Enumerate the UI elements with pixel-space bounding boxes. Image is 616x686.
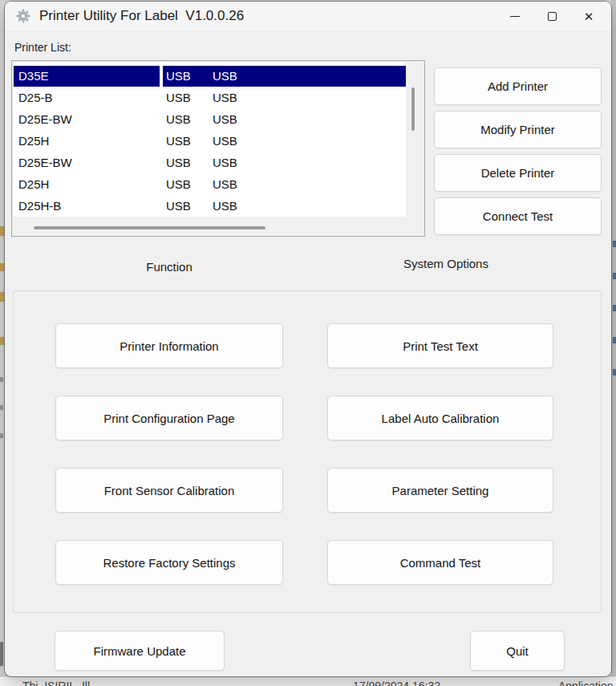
function-panel: Printer Information Print Configuration … — [13, 290, 602, 613]
clipped-file-type: Application — [558, 680, 614, 686]
system-options-section-label: System Options — [375, 257, 517, 270]
folder-icon-sliver — [0, 337, 4, 345]
clipped-file-name: Thi. ISIRIL. Ill — [22, 680, 90, 686]
vertical-scrollbar[interactable] — [411, 87, 415, 131]
printer-port: USB — [163, 66, 209, 87]
icon-sliver — [613, 369, 616, 375]
folder-icon-sliver — [0, 292, 4, 302]
printer-port: USB — [163, 131, 209, 152]
firmware-update-button[interactable]: Firmware Update — [55, 631, 225, 671]
printer-port: USB — [163, 87, 209, 108]
printer-actions: Add Printer Modify Printer Delete Printe… — [434, 67, 602, 235]
printer-name: D25H — [14, 174, 160, 195]
clipped-file-date: 17/09/2024 16:32 — [353, 680, 440, 686]
folder-icon-sliver — [0, 226, 4, 236]
modify-printer-button[interactable]: Modify Printer — [434, 111, 602, 148]
print-test-text-button[interactable]: Print Test Text — [327, 323, 553, 368]
printer-port: USB — [163, 152, 209, 173]
printer-row[interactable]: D25H USB USB — [14, 173, 406, 195]
background-window-bottom-strip: Thi. ISIRIL. Ill 17/09/2024 16:32 Applic… — [0, 676, 616, 686]
icon-sliver — [613, 241, 616, 247]
maximize-button[interactable] — [533, 2, 570, 31]
quit-button[interactable]: Quit — [470, 631, 565, 671]
background-window-right-strip — [611, 0, 616, 686]
add-printer-button[interactable]: Add Printer — [434, 67, 602, 105]
front-sensor-calibration-button[interactable]: Front Sensor Calibration — [55, 468, 283, 513]
folder-icon-sliver — [0, 263, 4, 271]
printer-row[interactable]: D35E USB USB — [14, 65, 406, 87]
text-sliver — [0, 405, 3, 410]
printer-name: D25-B — [14, 87, 160, 108]
printer-port: USB — [209, 196, 406, 217]
printer-name: D35E — [14, 66, 160, 87]
printer-row[interactable]: D25E-BW USB USB — [14, 108, 406, 130]
printer-list-frame: D35E USB USB D25-B USB USB D25E-BW USB U… — [11, 60, 425, 237]
delete-printer-button[interactable]: Delete Printer — [434, 154, 602, 192]
printer-name: D25H — [14, 131, 160, 152]
gear-app-icon — [15, 8, 31, 24]
app-window: Printer Utility For Label V1.0.0.26 ✕ Pr… — [5, 2, 611, 676]
function-section-label: Function — [125, 260, 213, 274]
minimize-icon — [510, 16, 520, 17]
printer-row[interactable]: D25-B USB USB — [14, 87, 406, 108]
printer-port: USB — [209, 87, 406, 108]
printer-port: USB — [209, 152, 406, 173]
icon-sliver — [613, 337, 616, 343]
printer-port: USB — [209, 131, 406, 152]
printer-port: USB — [209, 66, 406, 87]
printer-list-label: Printer List: — [14, 41, 71, 54]
text-sliver — [0, 377, 3, 382]
window-title: Printer Utility For Label V1.0.0.26 — [39, 8, 244, 24]
label-auto-calibration-button[interactable]: Label Auto Calibration — [327, 396, 553, 440]
connect-test-button[interactable]: Connect Test — [434, 197, 602, 235]
text-sliver — [0, 433, 3, 438]
printer-information-button[interactable]: Printer Information — [55, 323, 283, 368]
parameter-setting-button[interactable]: Parameter Setting — [327, 468, 553, 513]
printer-name: D25E-BW — [14, 109, 160, 130]
printer-port: USB — [163, 109, 209, 130]
printer-name: D25E-BW — [14, 152, 160, 173]
close-button[interactable]: ✕ — [570, 2, 607, 31]
printer-port: USB — [163, 174, 209, 195]
printer-row[interactable]: D25E-BW USB USB — [14, 152, 406, 173]
printer-port: USB — [163, 196, 209, 217]
text-sliver — [0, 642, 3, 666]
icon-sliver — [613, 305, 616, 311]
printer-list[interactable]: D35E USB USB D25-B USB USB D25E-BW USB U… — [14, 63, 406, 217]
horizontal-scrollbar[interactable] — [34, 226, 265, 229]
printer-port: USB — [209, 109, 406, 130]
icon-sliver — [613, 273, 616, 279]
maximize-icon — [548, 12, 557, 21]
command-test-button[interactable]: Command Test — [327, 540, 553, 585]
titlebar[interactable]: Printer Utility For Label V1.0.0.26 ✕ — [5, 2, 611, 31]
minimize-button[interactable] — [496, 2, 533, 31]
printer-name: D25H-B — [14, 196, 160, 217]
printer-port: USB — [209, 174, 406, 195]
close-icon: ✕ — [584, 10, 594, 24]
print-configuration-page-button[interactable]: Print Configuration Page — [55, 396, 283, 440]
printer-row[interactable]: D25H USB USB — [14, 130, 406, 152]
restore-factory-settings-button[interactable]: Restore Factory Settings — [55, 540, 283, 585]
printer-row[interactable]: D25H-B USB USB — [14, 195, 406, 217]
